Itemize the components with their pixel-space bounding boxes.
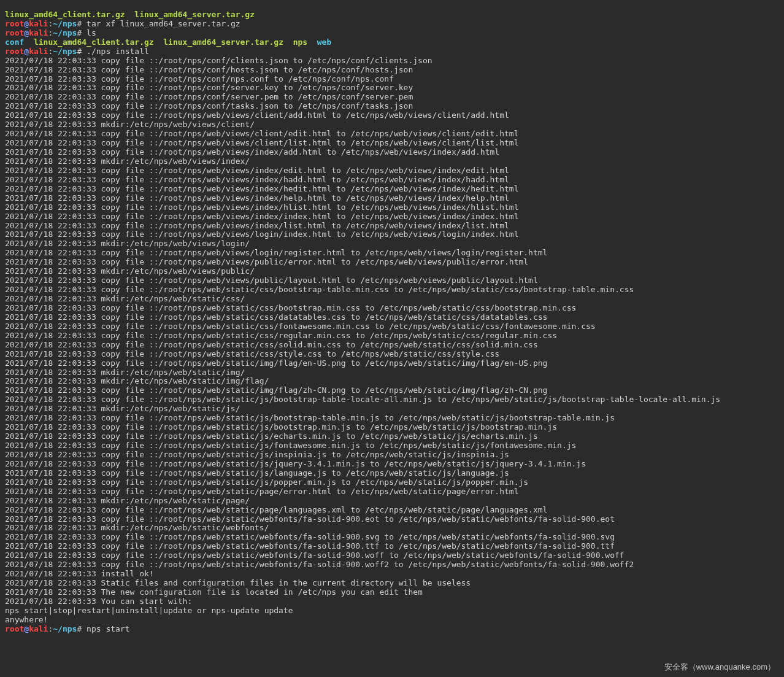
prompt-user: root [5, 19, 24, 28]
prompt-hash: # [77, 624, 82, 633]
ls-conf: conf [5, 37, 24, 47]
prompt-at: @ [24, 19, 29, 28]
prompt-host: kali [29, 47, 48, 56]
prompt-host: kali [29, 19, 48, 28]
prompt-user: root [5, 28, 24, 37]
prompt-at: @ [24, 47, 29, 56]
cmd-ls: ls [86, 28, 96, 37]
top-file-client: linux_amd64_client.tar.gz [5, 10, 125, 19]
ls-client: linux_amd64_client.tar.gz [34, 37, 154, 47]
anywhere-line: anywhere! [5, 615, 48, 624]
prompt-hash: # [77, 19, 82, 28]
prompt-at: @ [24, 624, 29, 633]
prompt-path: ~/nps [53, 28, 77, 37]
cmd-start: nps start [86, 624, 129, 633]
prompt-path: ~/nps [53, 624, 77, 633]
cmd-tar: tar xf linux_amd64_server.tar.gz [86, 19, 240, 28]
prompt-user: root [5, 47, 24, 56]
prompt-host: kali [29, 28, 48, 37]
ls-nps: nps [293, 37, 307, 47]
prompt-hash: # [77, 28, 82, 37]
ls-server: linux_amd64_server.tar.gz [163, 37, 283, 47]
prompt-user: root [5, 624, 24, 633]
prompt-host: kali [29, 624, 48, 633]
prompt-hash: # [77, 47, 82, 56]
ls-web: web [317, 37, 331, 47]
prompt-path: ~/nps [53, 47, 77, 56]
top-file-server: linux_amd64_server.tar.gz [134, 10, 255, 19]
cmd-install: ./nps install [86, 47, 149, 56]
prompt-path: ~/nps [53, 19, 77, 28]
terminal-window[interactable]: linux_amd64_client.tar.gz linux_amd64_se… [0, 0, 784, 640]
usage-line: nps start|stop|restart|uninstall|update … [5, 606, 293, 615]
install-log-output: 2021/07/18 22:03:33 copy file ::/root/np… [5, 56, 720, 606]
prompt-at: @ [24, 28, 29, 37]
